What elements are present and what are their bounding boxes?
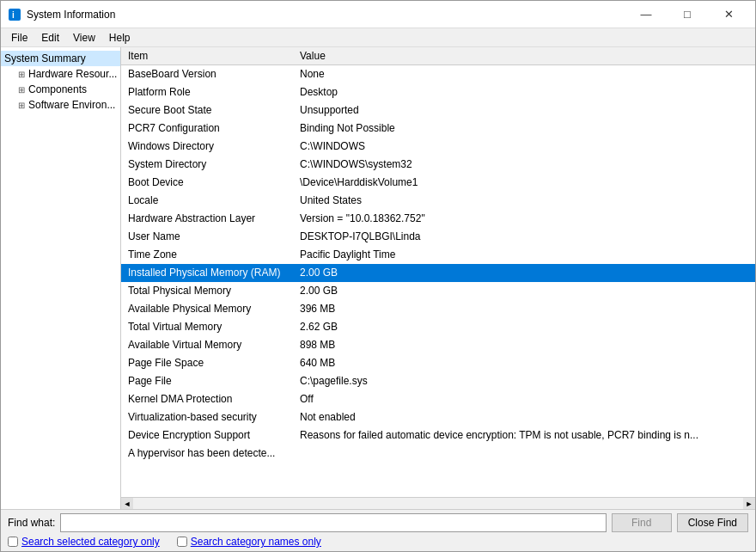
main-window: i System Information — □ ✕ FileEditViewH… (0, 0, 756, 552)
table-cell-item: Virtualization-based security (121, 408, 293, 426)
table-row[interactable]: Virtualization-based securityNot enabled (121, 408, 755, 426)
sidebar-item-components[interactable]: ⊞Components (1, 82, 120, 97)
table-row[interactable]: Windows DirectoryC:\WINDOWS (121, 138, 755, 156)
table-row[interactable]: PCR7 ConfigurationBinding Not Possible (121, 120, 755, 138)
table-row[interactable]: Available Virtual Memory898 MB (121, 336, 755, 354)
table-row[interactable]: A hypervisor has been detecte... (121, 445, 755, 463)
data-panel: Item Value BaseBoard VersionNonePlatform… (121, 47, 755, 509)
table-cell-item: Boot Device (121, 174, 293, 192)
close-button[interactable]: ✕ (709, 3, 748, 27)
sidebar-item-software_environ...[interactable]: ⊞Software Environ... (1, 97, 120, 113)
menu-bar: FileEditViewHelp (1, 28, 755, 47)
scroll-right-btn[interactable]: ► (743, 498, 755, 510)
table-cell-value: 396 MB (293, 300, 755, 318)
title-bar: i System Information — □ ✕ (1, 1, 755, 28)
table-row[interactable]: Kernel DMA ProtectionOff (121, 390, 755, 408)
table-row[interactable]: Time ZonePacific Daylight Time (121, 246, 755, 264)
table-row[interactable]: Total Physical Memory2.00 GB (121, 282, 755, 300)
table-row[interactable]: Platform RoleDesktop (121, 83, 755, 101)
info-table: Item Value BaseBoard VersionNonePlatform… (121, 47, 755, 463)
table-cell-item: Device Encryption Support (121, 426, 293, 445)
table-cell-item: BaseBoard Version (121, 65, 293, 83)
horizontal-scrollbar[interactable]: ◄ ► (121, 497, 755, 509)
find-row: Find what: Find Close Find (8, 513, 748, 532)
table-row[interactable]: Page File Space640 MB (121, 354, 755, 372)
maximize-button[interactable]: □ (668, 3, 707, 27)
menu-item-help[interactable]: Help (102, 30, 137, 45)
table-cell-value: None (293, 65, 755, 83)
table-cell-value: Unsupported (293, 101, 755, 120)
table-cell-item: Platform Role (121, 83, 293, 101)
expand-icon: ⊞ (18, 85, 25, 95)
table-row[interactable]: Page FileC:\pagefile.sys (121, 372, 755, 390)
table-cell-value: United States (293, 192, 755, 210)
expand-icon: ⊞ (18, 101, 25, 110)
table-cell-value: DESKTOP-I7QLBGI\Linda (293, 228, 755, 246)
sidebar-label: Components (28, 83, 87, 95)
find-label: Find what: (8, 517, 55, 529)
app-icon: i (8, 8, 21, 21)
table-cell-value: Binding Not Possible (293, 120, 755, 138)
table-row[interactable]: Secure Boot StateUnsupported (121, 101, 755, 120)
table-row[interactable]: System DirectoryC:\WINDOWS\system32 (121, 156, 755, 174)
sidebar-item-system_summary[interactable]: System Summary (1, 51, 120, 66)
table-row[interactable]: Installed Physical Memory (RAM)2.00 GB (121, 264, 755, 282)
sidebar-item-hardware_resour...[interactable]: ⊞Hardware Resour... (1, 66, 120, 82)
table-cell-item: Hardware Abstraction Layer (121, 210, 293, 228)
find-input[interactable] (60, 513, 606, 532)
table-cell-value: Desktop (293, 83, 755, 101)
table-cell-value: C:\WINDOWS (293, 138, 755, 156)
table-cell-item: Locale (121, 192, 293, 210)
table-cell-item: Total Physical Memory (121, 282, 293, 300)
svg-rect-0 (9, 9, 21, 21)
checkbox1-text: Search selected category only (21, 536, 160, 548)
table-cell-value: 640 MB (293, 354, 755, 372)
table-cell-value: Pacific Daylight Time (293, 246, 755, 264)
table-cell-item: Available Physical Memory (121, 300, 293, 318)
minimize-button[interactable]: — (626, 3, 666, 27)
table-row[interactable]: Available Physical Memory396 MB (121, 300, 755, 318)
search-category-names-checkbox[interactable] (177, 537, 187, 547)
table-cell-value: Off (293, 390, 755, 408)
table-cell-value: C:\pagefile.sys (293, 372, 755, 390)
table-cell-value: 2.62 GB (293, 318, 755, 336)
table-cell-value: Version = "10.0.18362.752" (293, 210, 755, 228)
data-table: Item Value BaseBoard VersionNonePlatform… (121, 47, 755, 497)
menu-item-view[interactable]: View (66, 30, 102, 45)
scroll-left-btn[interactable]: ◄ (121, 498, 133, 510)
table-row[interactable]: Total Virtual Memory2.62 GB (121, 318, 755, 336)
table-cell-item: Time Zone (121, 246, 293, 264)
table-row[interactable]: BaseBoard VersionNone (121, 65, 755, 83)
table-cell-item: User Name (121, 228, 293, 246)
checkboxes-row: Search selected category only Search cat… (8, 536, 748, 548)
col-value: Value (293, 47, 755, 65)
table-cell-item: Windows Directory (121, 138, 293, 156)
table-row[interactable]: Hardware Abstraction LayerVersion = "10.… (121, 210, 755, 228)
close-find-button[interactable]: Close Find (677, 513, 748, 532)
window-title: System Information (27, 9, 115, 21)
table-cell-item: A hypervisor has been detecte... (121, 445, 293, 463)
find-button[interactable]: Find (612, 513, 672, 532)
title-bar-left: i System Information (8, 8, 115, 21)
table-row[interactable]: User NameDESKTOP-I7QLBGI\Linda (121, 228, 755, 246)
table-cell-value: 2.00 GB (293, 282, 755, 300)
table-row[interactable]: Device Encryption SupportReasons for fai… (121, 426, 755, 445)
table-row[interactable]: LocaleUnited States (121, 192, 755, 210)
bottom-panel: Find what: Find Close Find Search select… (1, 509, 755, 551)
table-cell-item: PCR7 Configuration (121, 120, 293, 138)
checkbox1-label[interactable]: Search selected category only (8, 536, 160, 548)
menu-item-edit[interactable]: Edit (34, 30, 66, 45)
table-cell-item: Installed Physical Memory (RAM) (121, 264, 293, 282)
table-cell-value: \Device\HarddiskVolume1 (293, 174, 755, 192)
sidebar-label: Software Environ... (28, 99, 115, 111)
table-cell-item: Page File (121, 372, 293, 390)
checkbox2-label[interactable]: Search category names only (177, 536, 321, 548)
table-row[interactable]: Boot Device\Device\HarddiskVolume1 (121, 174, 755, 192)
table-cell-item: Page File Space (121, 354, 293, 372)
menu-item-file[interactable]: File (4, 30, 34, 45)
checkbox2-text: Search category names only (191, 536, 321, 548)
search-selected-checkbox[interactable] (8, 537, 18, 547)
scroll-track[interactable] (133, 498, 743, 510)
table-cell-item: System Directory (121, 156, 293, 174)
table-cell-value (293, 445, 755, 463)
